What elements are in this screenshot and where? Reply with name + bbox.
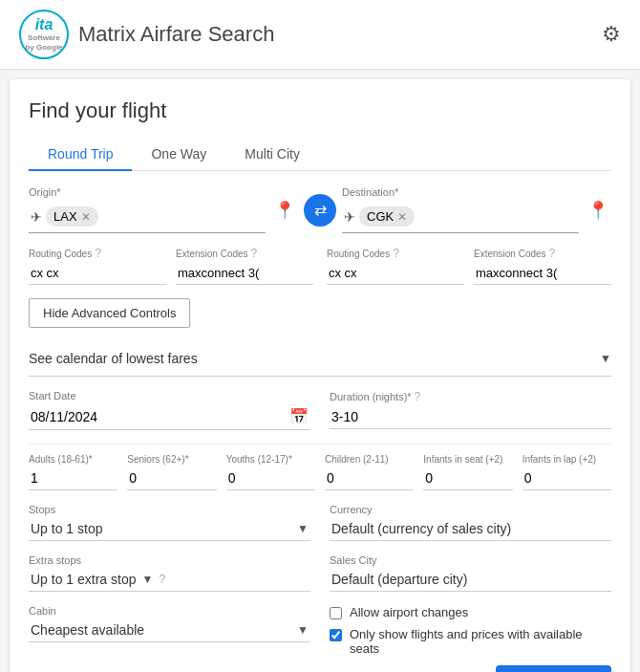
destination-label: Destination* bbox=[342, 186, 579, 198]
dest-routing-help-icon[interactable]: ? bbox=[393, 247, 399, 260]
dest-extension-input[interactable] bbox=[474, 262, 611, 285]
calendar-icon[interactable]: 📅 bbox=[289, 407, 309, 425]
trip-type-tabs: Round Trip One Way Multi City bbox=[29, 139, 611, 171]
dates-row: Start Date 📅 Duration (nights)* ? bbox=[29, 390, 611, 430]
origin-codes: Routing Codes ? Extension Codes ? bbox=[29, 247, 313, 285]
origin-routing-group: Routing Codes ? bbox=[29, 247, 166, 285]
settings-icon[interactable]: ⚙ bbox=[602, 22, 621, 47]
infants-lap-input[interactable] bbox=[523, 466, 611, 490]
hide-advanced-btn[interactable]: Hide Advanced Controls bbox=[29, 298, 190, 328]
destination-section: Destination* ✈ CGK ✕ bbox=[342, 186, 579, 233]
origin-label: Origin* bbox=[29, 186, 266, 198]
infants-seat-input[interactable] bbox=[423, 466, 512, 490]
tab-multi-city[interactable]: Multi City bbox=[225, 139, 319, 171]
currency-value: Default (currency of sales city) bbox=[330, 517, 611, 541]
duration-help-icon[interactable]: ? bbox=[415, 390, 421, 403]
calendar-dropdown-icon: ▼ bbox=[600, 352, 611, 365]
calendar-label: See calendar of lowest fares bbox=[29, 351, 198, 366]
logo-area: ita Software by Google Matrix Airfare Se… bbox=[19, 10, 274, 59]
adults-label: Adults (18-61)* bbox=[29, 454, 117, 465]
tab-round-trip[interactable]: Round Trip bbox=[29, 139, 132, 171]
origin-routing-help-icon[interactable]: ? bbox=[95, 247, 101, 260]
dest-codes: Routing Codes ? Extension Codes ? bbox=[327, 247, 611, 285]
cabin-value: Cheapest available bbox=[31, 622, 144, 638]
duration-label: Duration (nights)* ? bbox=[330, 390, 611, 403]
bottom-section: Stops Up to 1 stop ▼ Extra stops Up to 1… bbox=[29, 504, 611, 672]
left-col: Stops Up to 1 stop ▼ Extra stops Up to 1… bbox=[29, 504, 310, 672]
extra-stops-help-icon[interactable]: ? bbox=[159, 573, 165, 586]
right-col: Currency Default (currency of sales city… bbox=[330, 504, 611, 672]
airport-changes-checkbox[interactable] bbox=[330, 607, 342, 619]
search-btn-row: 🔍 Search bbox=[330, 665, 611, 672]
page-title: Find your flight bbox=[29, 98, 611, 123]
destination-code: CGK bbox=[367, 209, 394, 224]
destination-clear-btn[interactable]: ✕ bbox=[397, 210, 407, 224]
calendar-row[interactable]: See calendar of lowest fares ▼ bbox=[29, 341, 611, 377]
sales-city-value: Default (departure city) bbox=[330, 568, 611, 592]
passengers-row: Adults (18-61)* Seniors (62+)* Youths (1… bbox=[29, 454, 611, 490]
search-button[interactable]: 🔍 Search bbox=[496, 665, 611, 672]
start-date-input-wrap: 📅 bbox=[29, 403, 310, 430]
origin-chip: LAX ✕ bbox=[46, 206, 98, 227]
currency-label: Currency bbox=[330, 504, 611, 515]
swap-airports-btn[interactable]: ⇄ bbox=[304, 194, 336, 227]
seniors-group: Seniors (62+)* bbox=[127, 454, 216, 490]
start-date-input[interactable] bbox=[31, 409, 289, 424]
dest-extension-group: Extension Codes ? bbox=[474, 247, 611, 285]
destination-field[interactable]: ✈ CGK ✕ bbox=[342, 201, 579, 233]
logo-ita-text: ita bbox=[25, 16, 62, 33]
infants-seat-group: Infants in seat (+2) bbox=[423, 454, 512, 490]
airport-changes-label[interactable]: Allow airport changes bbox=[350, 605, 468, 619]
adults-input[interactable] bbox=[29, 466, 117, 490]
app-title: Matrix Airfare Search bbox=[78, 22, 274, 47]
cabin-label: Cabin bbox=[29, 605, 310, 617]
dest-pin-btn[interactable]: 📍 bbox=[585, 197, 611, 224]
start-date-label: Start Date bbox=[29, 390, 310, 401]
infants-seat-label: Infants in seat (+2) bbox=[423, 454, 512, 465]
seniors-input[interactable] bbox=[127, 466, 216, 490]
stops-dropdown-icon: ▼ bbox=[297, 522, 309, 535]
tab-one-way[interactable]: One Way bbox=[132, 139, 225, 171]
duration-input[interactable] bbox=[330, 405, 611, 429]
cabin-dropdown[interactable]: Cheapest available ▼ bbox=[29, 618, 310, 642]
available-seats-checkbox[interactable] bbox=[330, 629, 342, 641]
dest-routing-group: Routing Codes ? bbox=[327, 247, 464, 285]
plane-icon-origin: ✈ bbox=[31, 209, 42, 225]
youths-input[interactable] bbox=[226, 466, 315, 490]
logo-sub: Software by Google bbox=[25, 33, 62, 52]
youths-label: Youths (12-17)* bbox=[226, 454, 315, 465]
origin-clear-btn[interactable]: ✕ bbox=[81, 210, 91, 224]
origin-field[interactable]: ✈ LAX ✕ bbox=[29, 201, 266, 233]
stops-dropdown[interactable]: Up to 1 stop ▼ bbox=[29, 517, 310, 541]
adults-group: Adults (18-61)* bbox=[29, 454, 117, 490]
dest-routing-input[interactable] bbox=[327, 262, 464, 285]
extra-stops-label: Extra stops bbox=[29, 554, 310, 566]
origin-pin-btn[interactable]: 📍 bbox=[271, 197, 298, 224]
extra-stops-value: Up to 1 extra stop bbox=[31, 572, 137, 587]
available-seats-label[interactable]: Only show flights and prices with availa… bbox=[350, 627, 611, 656]
duration-group: Duration (nights)* ? bbox=[330, 390, 611, 430]
origin-extension-help-icon[interactable]: ? bbox=[251, 247, 258, 260]
extra-stops-row: Up to 1 extra stop ▼ ? bbox=[31, 572, 165, 587]
logo-icon: ita Software by Google bbox=[19, 10, 69, 59]
dest-extension-label: Extension Codes ? bbox=[474, 247, 611, 260]
youths-group: Youths (12-17)* bbox=[226, 454, 315, 490]
origin-code: LAX bbox=[53, 209, 77, 224]
origin-routing-label: Routing Codes ? bbox=[29, 247, 166, 260]
available-seats-row: Only show flights and prices with availa… bbox=[330, 627, 611, 656]
cabin-dropdown-icon: ▼ bbox=[297, 623, 309, 637]
plane-icon-dest: ✈ bbox=[344, 209, 355, 225]
origin-extension-label: Extension Codes ? bbox=[176, 247, 313, 260]
origin-routing-input[interactable] bbox=[29, 262, 166, 285]
origin-extension-input[interactable] bbox=[176, 262, 313, 285]
sales-city-label: Sales City bbox=[330, 554, 611, 566]
children-input[interactable] bbox=[325, 466, 414, 490]
start-date-group: Start Date 📅 bbox=[29, 390, 310, 430]
dest-extension-help-icon[interactable]: ? bbox=[549, 247, 556, 260]
children-group: Children (2-11) bbox=[325, 454, 414, 490]
extra-stops-dropdown[interactable]: Up to 1 extra stop ▼ ? bbox=[29, 568, 310, 592]
origin-section: Origin* ✈ LAX ✕ bbox=[29, 186, 266, 233]
codes-full-row: Routing Codes ? Extension Codes ? Routin… bbox=[29, 247, 611, 285]
app-header: ita Software by Google Matrix Airfare Se… bbox=[0, 0, 640, 70]
stops-label: Stops bbox=[29, 504, 310, 515]
